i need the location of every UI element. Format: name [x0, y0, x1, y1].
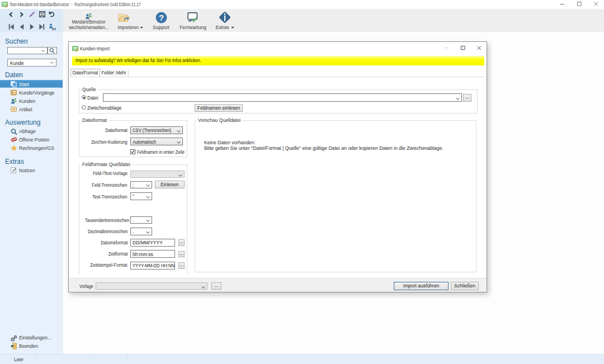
svg-text:?: ? [159, 13, 164, 22]
